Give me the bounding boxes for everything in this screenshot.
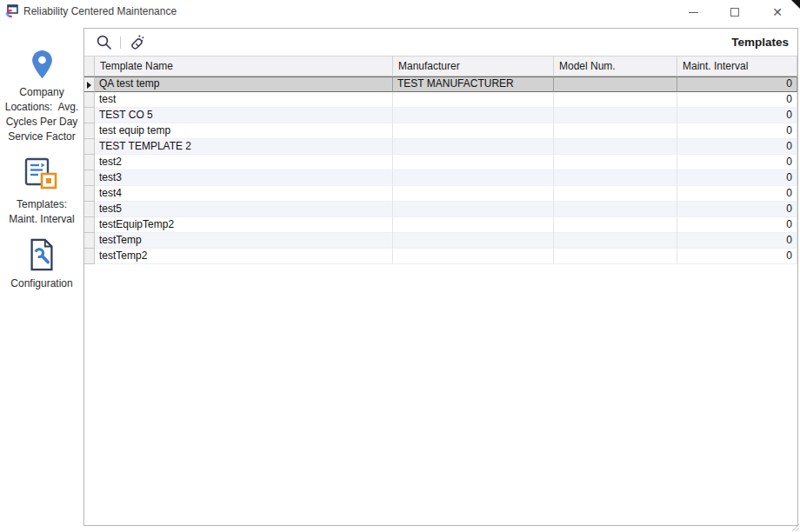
cell-manufacturer[interactable]: TEST MANUFACTURER xyxy=(393,76,554,92)
cell-maint-interval[interactable]: 0 xyxy=(677,76,797,92)
column-header-model-num[interactable]: Model Num. xyxy=(554,57,677,76)
cell-manufacturer[interactable] xyxy=(393,139,554,155)
maximize-button[interactable] xyxy=(720,0,750,24)
cell-template-name[interactable]: TEST TEMPLATE 2 xyxy=(95,139,393,155)
table-row[interactable]: test equip temp 0 xyxy=(84,123,797,139)
cell-template-name[interactable]: test equip temp xyxy=(95,123,393,139)
row-selector-cell[interactable] xyxy=(84,233,95,249)
table-row[interactable]: test2 0 xyxy=(84,155,797,170)
table-row[interactable]: testTemp2 0 xyxy=(84,249,797,264)
cell-maint-interval[interactable]: 0 xyxy=(677,170,797,186)
cell-maint-interval[interactable]: 0 xyxy=(677,217,797,233)
row-selector-cell[interactable] xyxy=(84,249,95,264)
app-icon xyxy=(4,4,19,19)
cursor-artifact xyxy=(790,0,800,10)
cell-manufacturer[interactable] xyxy=(393,249,554,264)
table-row[interactable]: test3 0 xyxy=(84,170,797,186)
cell-model-num[interactable] xyxy=(554,186,677,202)
cell-maint-interval[interactable]: 0 xyxy=(677,139,797,155)
cell-maint-interval[interactable]: 0 xyxy=(677,186,797,202)
sidebar-item-label: Templates: Maint. Interval xyxy=(9,197,74,227)
cell-template-name[interactable]: testTemp xyxy=(95,233,393,249)
row-selector-cell[interactable] xyxy=(84,217,95,233)
selected-row-arrow-icon xyxy=(87,82,91,89)
cell-template-name[interactable]: testTemp2 xyxy=(95,249,393,264)
cell-maint-interval[interactable]: 0 xyxy=(677,155,797,170)
configuration-document-wrench-icon xyxy=(28,238,56,271)
search-icon[interactable] xyxy=(96,34,112,50)
grid-header: Template Name Manufacturer Model Num. Ma… xyxy=(84,57,797,76)
window-title: Reliability Centered Maintenance xyxy=(23,0,177,24)
cell-template-name[interactable]: test2 xyxy=(95,155,393,170)
sidebar-item-templates[interactable]: Templates: Maint. Interval xyxy=(0,157,83,227)
table-row[interactable]: TEST CO 5 0 xyxy=(84,108,797,123)
column-header-template-name[interactable]: Template Name xyxy=(95,57,393,76)
cell-model-num[interactable] xyxy=(554,233,677,249)
cell-manufacturer[interactable] xyxy=(393,92,554,108)
cell-maint-interval[interactable]: 0 xyxy=(677,92,797,108)
cell-manufacturer[interactable] xyxy=(393,186,554,202)
cell-manufacturer[interactable] xyxy=(393,155,554,170)
close-button[interactable]: ✕ xyxy=(763,0,792,24)
sidebar-item-company-locations[interactable]: Company Locations: Avg. Cycles Per Day S… xyxy=(0,50,83,144)
row-selector-cell[interactable] xyxy=(84,108,95,123)
cell-template-name[interactable]: TEST CO 5 xyxy=(95,108,393,123)
cell-model-num[interactable] xyxy=(554,217,677,233)
cell-manufacturer[interactable] xyxy=(393,233,554,249)
sidebar-item-label: Configuration xyxy=(10,276,72,291)
row-selector-cell[interactable] xyxy=(84,186,95,202)
cell-maint-interval[interactable]: 0 xyxy=(677,249,797,264)
cell-template-name[interactable]: testEquipTemp2 xyxy=(95,217,393,233)
table-row[interactable]: TEST TEMPLATE 2 0 xyxy=(84,139,797,155)
toolbar: Templates xyxy=(84,29,797,57)
cell-model-num[interactable] xyxy=(554,249,677,264)
table-row[interactable]: testEquipTemp2 0 xyxy=(84,217,797,233)
cell-model-num[interactable] xyxy=(554,123,677,139)
wand-icon[interactable] xyxy=(129,34,145,50)
toolbar-separator xyxy=(120,37,121,49)
cell-manufacturer[interactable] xyxy=(393,123,554,139)
row-selector-cell[interactable] xyxy=(84,170,95,186)
cell-manufacturer[interactable] xyxy=(393,170,554,186)
cell-model-num[interactable] xyxy=(554,139,677,155)
minimize-button[interactable] xyxy=(678,0,708,24)
cell-model-num[interactable] xyxy=(554,108,677,123)
cell-manufacturer[interactable] xyxy=(393,217,554,233)
cell-maint-interval[interactable]: 0 xyxy=(677,202,797,217)
column-header-maint-interval[interactable]: Maint. Interval xyxy=(677,57,797,76)
column-header-manufacturer[interactable]: Manufacturer xyxy=(393,57,554,76)
row-selector-cell[interactable] xyxy=(84,155,95,170)
row-selector-cell[interactable] xyxy=(84,123,95,139)
table-row[interactable]: test5 0 xyxy=(84,202,797,217)
cell-manufacturer[interactable] xyxy=(393,202,554,217)
cell-model-num[interactable] xyxy=(554,76,677,92)
resize-grip-icon[interactable] xyxy=(790,522,799,531)
cell-model-num[interactable] xyxy=(554,92,677,108)
cell-model-num[interactable] xyxy=(554,155,677,170)
row-selector-cell[interactable] xyxy=(84,92,95,108)
table-row[interactable]: QA test temp TEST MANUFACTURER 0 xyxy=(84,76,797,92)
table-row[interactable]: test4 0 xyxy=(84,186,797,202)
sidebar-item-label: Company Locations: Avg. Cycles Per Day S… xyxy=(5,85,79,144)
cell-model-num[interactable] xyxy=(554,170,677,186)
cell-template-name[interactable]: test xyxy=(95,92,393,108)
cell-template-name[interactable]: test3 xyxy=(95,170,393,186)
table-row[interactable]: testTemp 0 xyxy=(84,233,797,249)
cell-template-name[interactable]: test4 xyxy=(95,186,393,202)
sidebar: Company Locations: Avg. Cycles Per Day S… xyxy=(0,24,83,532)
titlebar: Reliability Centered Maintenance ✕ xyxy=(0,0,800,24)
cell-maint-interval[interactable]: 0 xyxy=(677,108,797,123)
cell-model-num[interactable] xyxy=(554,202,677,217)
cell-manufacturer[interactable] xyxy=(393,108,554,123)
row-selector-cell[interactable] xyxy=(84,139,95,155)
row-selector-cell[interactable] xyxy=(84,202,95,217)
cell-maint-interval[interactable]: 0 xyxy=(677,233,797,249)
grid-body: QA test temp TEST MANUFACTURER 0 test 0 … xyxy=(84,76,797,264)
cell-template-name[interactable]: QA test temp xyxy=(95,76,393,92)
row-selector-cell[interactable] xyxy=(84,76,95,92)
maximize-icon xyxy=(730,8,739,17)
cell-maint-interval[interactable]: 0 xyxy=(677,123,797,139)
cell-template-name[interactable]: test5 xyxy=(95,202,393,217)
table-row[interactable]: test 0 xyxy=(84,92,797,108)
sidebar-item-configuration[interactable]: Configuration xyxy=(0,238,83,291)
